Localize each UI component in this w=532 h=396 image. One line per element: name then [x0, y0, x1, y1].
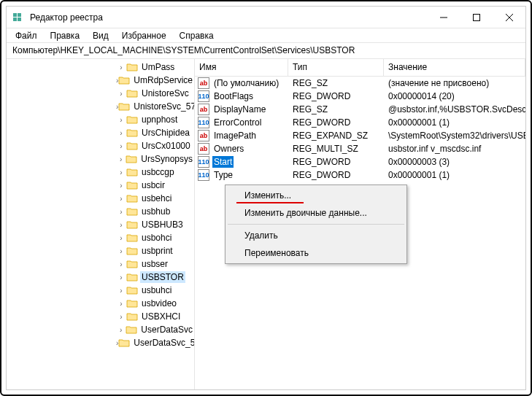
chevron-right-icon[interactable]: ›	[116, 300, 126, 308]
tree-label: usbprint	[140, 245, 174, 257]
value-type: REG_DWORD	[288, 117, 384, 128]
tree-item-urssynopsys[interactable]: ›UrsSynopsys	[7, 152, 194, 166]
ctx-delete[interactable]: Удалить	[227, 227, 405, 244]
list-row[interactable]: 110ErrorControlREG_DWORD0x00000001 (1)	[195, 116, 525, 129]
folder-icon	[126, 259, 138, 269]
chevron-right-icon[interactable]: ›	[116, 234, 126, 242]
list-row[interactable]: abImagePathREG_EXPAND_SZ\SystemRoot\Syst…	[195, 129, 525, 142]
chevron-right-icon[interactable]: ›	[116, 326, 126, 334]
tree-label: UmRdpService	[132, 74, 194, 86]
list-row[interactable]: 110StartREG_DWORD0x00000003 (3)	[195, 155, 525, 168]
highlight-underline	[236, 202, 304, 203]
folder-icon	[126, 220, 138, 230]
menu-favorites[interactable]: Избранное	[116, 29, 172, 42]
chevron-right-icon[interactable]: ›	[116, 247, 126, 255]
folder-icon	[126, 325, 137, 335]
chevron-right-icon[interactable]: ›	[116, 287, 126, 295]
value-data: \SystemRoot\System32\drivers\USBSTO	[384, 131, 525, 141]
addressbar[interactable]: Компьютер\HKEY_LOCAL_MACHINE\SYSTEM\Curr…	[7, 43, 525, 59]
svg-rect-1	[18, 13, 21, 17]
list-header: Имя Тип Значение	[195, 59, 525, 77]
reg-dword-icon: 110	[198, 156, 209, 168]
list-row[interactable]: 110TypeREG_DWORD0x00000001 (1)	[195, 168, 525, 182]
value-type: REG_SZ	[288, 78, 384, 88]
tree-label: UrsChipidea	[140, 127, 191, 139]
menu-help[interactable]: Справка	[174, 29, 220, 42]
tree-item-usbstor[interactable]: ›USBSTOR	[7, 271, 194, 284]
tree-item-usbohci[interactable]: ›usbohci	[7, 231, 194, 244]
folder-icon	[126, 246, 138, 256]
tree-item-userdatasvc[interactable]: ›UserDataSvc	[7, 323, 194, 336]
tree-label: UrsSynopsys	[139, 153, 194, 165]
maximize-button[interactable]	[460, 7, 493, 28]
tree-item-urscx01000[interactable]: ›UrsCx01000	[7, 139, 194, 152]
chevron-right-icon[interactable]: ›	[116, 155, 126, 163]
chevron-right-icon[interactable]: ›	[116, 63, 126, 71]
tree-item-usbprint[interactable]: ›usbprint	[7, 244, 194, 257]
reg-dword-icon: 110	[198, 169, 209, 181]
tree-item-usbccgp[interactable]: ›usbccgp	[7, 166, 194, 179]
chevron-right-icon[interactable]: ›	[116, 260, 126, 268]
minimize-button[interactable]	[427, 7, 460, 28]
folder-icon	[126, 272, 138, 282]
chevron-right-icon[interactable]: ›	[116, 129, 126, 137]
value-name: ImagePath	[212, 130, 258, 141]
tree-item-umpass[interactable]: ›UmPass	[7, 61, 194, 74]
tree-label: UserDataSvc	[139, 324, 194, 335]
tree-item-usbvideo[interactable]: ›usbvideo	[7, 297, 194, 310]
tree-item-usbuhci[interactable]: ›usbuhci	[7, 284, 194, 297]
chevron-right-icon[interactable]: ›	[116, 195, 126, 203]
tree-pane[interactable]: ›UmPass›UmRdpService›UnistoreSvc›Unistor…	[7, 59, 195, 389]
tree-label: usbuhci	[140, 284, 173, 296]
chevron-right-icon[interactable]: ›	[116, 182, 126, 190]
list-row[interactable]: 110BootFlagsREG_DWORD0x00000014 (20)	[195, 90, 525, 103]
ctx-modify-binary[interactable]: Изменить двоичные данные...	[227, 204, 405, 222]
window-title: Редактор реестра	[30, 12, 427, 23]
value-data: 0x00000001 (1)	[384, 117, 525, 128]
tree-item-unistoresvc_57[interactable]: ›UnistoreSvc_57	[7, 100, 194, 113]
folder-icon	[126, 167, 138, 177]
tree-label: USBXHCI	[140, 311, 182, 322]
chevron-right-icon[interactable]: ›	[116, 273, 126, 282]
tree-item-upnphost[interactable]: ›upnphost	[7, 113, 194, 126]
tree-item-userdatasvc_5[interactable]: ›UserDataSvc_5	[7, 336, 194, 349]
tree-item-umrdpservice[interactable]: ›UmRdpService	[7, 74, 194, 87]
list-row[interactable]: abDisplayNameREG_SZ@usbstor.inf,%USBSTOR…	[195, 103, 525, 116]
svg-rect-3	[18, 18, 21, 21]
menu-file[interactable]: Файл	[9, 29, 43, 42]
tree-item-usbxhci[interactable]: ›USBXHCI	[7, 310, 194, 323]
value-type: REG_DWORD	[288, 157, 384, 167]
ctx-rename[interactable]: Переименовать	[227, 244, 405, 262]
tree-item-usbhub[interactable]: ›usbhub	[7, 205, 194, 218]
menu-edit[interactable]: Правка	[45, 29, 86, 42]
chevron-right-icon[interactable]: ›	[116, 168, 126, 176]
chevron-right-icon[interactable]: ›	[116, 116, 126, 124]
folder-icon	[126, 141, 138, 151]
list-row[interactable]: abOwnersREG_MULTI_SZusbstor.inf v_mscdsc…	[195, 142, 525, 155]
tree-item-usbcir[interactable]: ›usbcir	[7, 179, 194, 192]
tree-item-usbser[interactable]: ›usbser	[7, 257, 194, 271]
col-header-type[interactable]: Тип	[288, 59, 384, 76]
reg-dword-icon: 110	[198, 90, 209, 102]
svg-rect-2	[13, 18, 17, 21]
col-header-name[interactable]: Имя	[195, 59, 288, 76]
tree-item-unistoresvc[interactable]: ›UnistoreSvc	[7, 87, 194, 100]
chevron-right-icon[interactable]: ›	[116, 221, 126, 229]
chevron-right-icon[interactable]: ›	[116, 90, 126, 98]
list-row[interactable]: ab(По умолчанию)REG_SZ(значение не присв…	[195, 77, 525, 90]
tree-item-usbehci[interactable]: ›usbehci	[7, 192, 194, 205]
folder-icon	[126, 114, 138, 125]
value-data: (значение не присвоено)	[384, 78, 525, 88]
tree-item-usbhub3[interactable]: ›USBHUB3	[7, 218, 194, 231]
chevron-right-icon[interactable]: ›	[116, 208, 126, 216]
tree-label: upnphost	[140, 114, 179, 125]
tree-item-urschipidea[interactable]: ›UrsChipidea	[7, 126, 194, 139]
close-button[interactable]	[493, 7, 525, 28]
col-header-value[interactable]: Значение	[384, 59, 525, 76]
menu-view[interactable]: Вид	[87, 29, 115, 42]
chevron-right-icon[interactable]: ›	[116, 142, 126, 150]
tree-label: UserDataSvc_5	[132, 337, 195, 349]
value-name: ErrorControl	[212, 117, 263, 128]
value-name: DisplayName	[212, 104, 267, 115]
chevron-right-icon[interactable]: ›	[116, 313, 126, 321]
